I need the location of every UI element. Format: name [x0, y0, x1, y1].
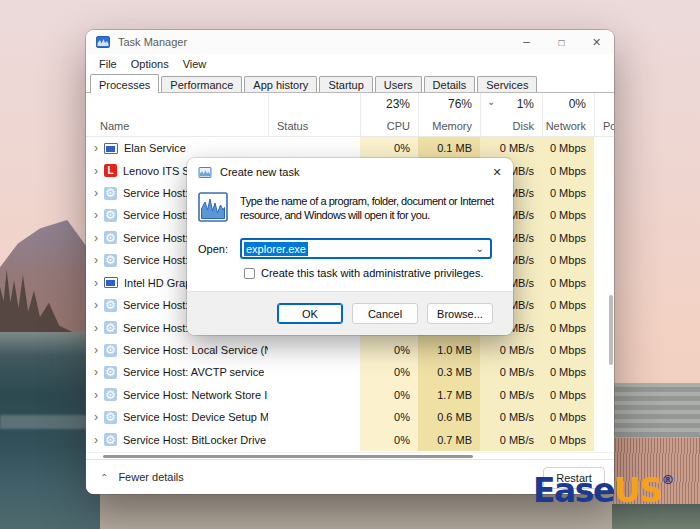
power-cell: [594, 428, 614, 450]
dialog-description: Type the name of a program, folder, docu…: [240, 194, 504, 222]
table-row[interactable]: › ⚙ Service Host: Local Service (Net... …: [86, 339, 614, 361]
process-name: Elan Service: [124, 142, 186, 154]
tab-processes[interactable]: Processes: [90, 74, 159, 93]
column-header-name[interactable]: Name: [86, 93, 268, 136]
power-cell: [594, 159, 614, 181]
expand-chevron-icon[interactable]: ›: [94, 411, 98, 423]
easeus-logo-text-blue: Ease: [533, 471, 614, 510]
name-cell: › ⚙ Service Host: Device Setup Man...: [86, 406, 268, 428]
task-manager-mini-icon: [198, 167, 212, 178]
chevron-down-icon[interactable]: ⌄: [476, 243, 484, 254]
gear-icon: ⚙: [104, 388, 117, 401]
create-new-task-dialog: Create new task ✕ Type the name of a pro…: [187, 158, 513, 335]
process-name: Service Host: Local Service (Net...: [123, 344, 268, 356]
column-header-power-partial[interactable]: Po: [594, 93, 614, 136]
column-header-cpu[interactable]: 23% CPU: [360, 93, 418, 136]
table-row[interactable]: › ⚙ Service Host: Network Store Inte... …: [86, 384, 614, 406]
dialog-title: Create new task: [220, 166, 299, 178]
open-combobox[interactable]: explorer.exe ⌄: [240, 238, 492, 259]
power-cell: [594, 249, 614, 271]
tab-bar: Processes Performance App history Startu…: [86, 73, 614, 93]
horizontal-scrollbar[interactable]: [103, 455, 473, 458]
column-header-memory[interactable]: 76% Memory: [418, 93, 480, 136]
tab-services[interactable]: Services: [477, 76, 537, 92]
expand-chevron-icon[interactable]: ›: [94, 322, 98, 334]
expand-chevron-icon[interactable]: ›: [94, 232, 98, 244]
browse-button[interactable]: Browse...: [427, 303, 493, 324]
tab-details[interactable]: Details: [424, 76, 476, 92]
admin-privileges-checkbox[interactable]: [244, 268, 255, 279]
expand-chevron-icon[interactable]: ›: [94, 142, 98, 154]
menu-view[interactable]: View: [176, 58, 214, 70]
combobox-value[interactable]: explorer.exe: [244, 242, 308, 256]
admin-privileges-row[interactable]: Create this task with administrative pri…: [244, 267, 484, 279]
network-cell: 0 Mbps: [542, 361, 594, 383]
network-cell: 0 Mbps: [542, 272, 594, 294]
table-row[interactable]: › ⚙ Service Host: Device Setup Man... 0%…: [86, 406, 614, 428]
expand-chevron-icon[interactable]: ›: [94, 187, 98, 199]
expand-chevron-icon[interactable]: ›: [94, 209, 98, 221]
expand-chevron-icon[interactable]: ›: [94, 254, 98, 266]
memory-cell: 1.0 MB: [418, 339, 480, 361]
column-header-disk[interactable]: ⌄ 1% Disk: [480, 93, 542, 136]
expand-chevron-icon[interactable]: ›: [94, 344, 98, 356]
menu-file[interactable]: File: [92, 58, 124, 70]
expand-chevron-icon[interactable]: ›: [94, 366, 98, 378]
status-cell: [268, 361, 360, 383]
menu-bar: File Options View: [86, 54, 614, 73]
expand-chevron-icon[interactable]: ›: [94, 389, 98, 401]
registered-mark-icon: ®: [661, 472, 674, 487]
window-title: Task Manager: [118, 36, 187, 48]
ok-button[interactable]: OK: [277, 303, 343, 324]
tab-startup[interactable]: Startup: [319, 76, 372, 92]
power-cell: [594, 406, 614, 428]
horizontal-scrollbar-track[interactable]: [86, 452, 614, 459]
cpu-total: 23%: [361, 97, 410, 111]
memory-cell: 0.3 MB: [418, 361, 480, 383]
process-name: Service Host: BitLocker Drive En...: [123, 434, 268, 446]
name-cell: › ⚙ Service Host: BitLocker Drive En...: [86, 428, 268, 450]
lenovo-icon: L: [104, 164, 117, 177]
disk-cell: 0 MB/s: [480, 384, 542, 406]
chevron-up-icon: ⌃: [100, 472, 108, 483]
tab-users[interactable]: Users: [375, 76, 422, 92]
table-row[interactable]: › ⚙ Service Host: AVCTP service 0% 0.3 M…: [86, 361, 614, 383]
menu-options[interactable]: Options: [124, 58, 176, 70]
expand-chevron-icon[interactable]: ›: [94, 434, 98, 446]
name-cell: › ⚙ Service Host: AVCTP service: [86, 361, 268, 383]
memory-cell: 0.1 MB: [418, 137, 480, 159]
dialog-close-icon[interactable]: ✕: [481, 158, 513, 186]
maximize-icon[interactable]: □: [544, 30, 579, 54]
network-cell: 0 Mbps: [542, 294, 594, 316]
fewer-details-toggle[interactable]: Fewer details: [118, 471, 183, 483]
name-cell: › ⚙ Service Host: Local Service (Net...: [86, 339, 268, 361]
table-header: Name Status 23% CPU 76% Memory ⌄ 1% Disk…: [86, 93, 614, 137]
table-row[interactable]: › ⚙ Service Host: BitLocker Drive En... …: [86, 428, 614, 450]
network-total: 0%: [543, 97, 586, 111]
process-name: Service Host: Device Setup Man...: [123, 411, 268, 423]
memory-cell: 1.7 MB: [418, 384, 480, 406]
close-icon[interactable]: ✕: [579, 30, 614, 54]
expand-chevron-icon[interactable]: ›: [94, 165, 98, 177]
expand-chevron-icon[interactable]: ›: [94, 299, 98, 311]
tab-app-history[interactable]: App history: [244, 76, 317, 92]
admin-privileges-label: Create this task with administrative pri…: [261, 267, 484, 279]
name-cell: › ⚙ Service Host: Network Store Inte...: [86, 384, 268, 406]
window-icon: [104, 277, 118, 288]
power-cell: [594, 204, 614, 226]
column-header-network[interactable]: 0% Network: [542, 93, 594, 136]
cancel-button[interactable]: Cancel: [352, 303, 418, 324]
memory-total: 76%: [419, 97, 472, 111]
gear-icon: ⚙: [104, 231, 117, 244]
column-header-status[interactable]: Status: [268, 93, 360, 136]
gear-icon: ⚙: [104, 187, 117, 200]
sort-chevron-icon: ⌄: [487, 96, 495, 107]
cpu-cell: 0%: [360, 406, 418, 428]
minimize-icon[interactable]: –: [509, 30, 544, 54]
expand-chevron-icon[interactable]: ›: [94, 277, 98, 289]
network-cell: 0 Mbps: [542, 227, 594, 249]
table-row[interactable]: › Elan Service 0% 0.1 MB 0 MB/s 0 Mbps: [86, 137, 614, 159]
cpu-cell: 0%: [360, 428, 418, 450]
vertical-scrollbar[interactable]: [609, 295, 613, 365]
tab-performance[interactable]: Performance: [161, 76, 242, 92]
